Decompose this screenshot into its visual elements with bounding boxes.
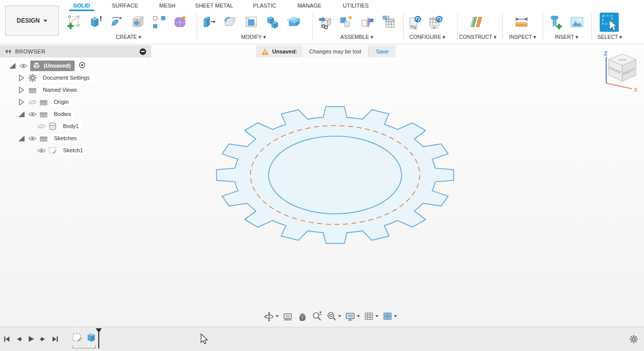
go-to-end-button[interactable] [51, 335, 59, 343]
group-configure-icons [406, 13, 444, 32]
settings-gear-icon [28, 74, 37, 82]
display-settings-button[interactable] [344, 310, 361, 323]
configure-feature-icon [407, 15, 422, 30]
visibility-eye-icon[interactable] [28, 110, 37, 119]
group-divider [502, 14, 503, 40]
viewports-button[interactable] [381, 310, 398, 323]
expanded-triangle-icon[interactable] [17, 134, 26, 143]
shell-button[interactable] [243, 13, 260, 32]
document-settings-label[interactable]: Document Settings [39, 74, 93, 82]
bodies-label[interactable]: Bodies [50, 110, 75, 119]
grid-settings-button[interactable] [362, 310, 379, 323]
group-insert-label[interactable]: INSERT ▾ [555, 34, 578, 40]
folder-icon [39, 134, 48, 143]
combine-button[interactable] [264, 13, 281, 32]
offset-plane-button[interactable] [468, 13, 485, 32]
visibility-eye-icon[interactable] [28, 134, 37, 143]
tab-manage[interactable]: MANAGE [297, 3, 321, 9]
configuration-table-button[interactable] [427, 13, 444, 32]
group-insert-icons [547, 13, 586, 32]
create-form-button[interactable] [172, 13, 189, 32]
tab-sheet-metal[interactable]: SHEET METAL [195, 3, 233, 9]
configure-feature-button[interactable] [406, 13, 423, 32]
visibility-off-icon[interactable] [28, 98, 37, 106]
step-back-button[interactable] [15, 335, 23, 343]
step-forward-button[interactable] [39, 335, 47, 343]
x-axis-label: X [634, 87, 637, 93]
fillet-button[interactable] [222, 13, 239, 32]
group-create-label[interactable]: CREATE ▾ [116, 34, 141, 40]
viewcube-top-label: TOP [618, 58, 627, 62]
viewports-icon [382, 311, 393, 322]
visibility-off-icon[interactable] [37, 122, 46, 131]
sketch1-label[interactable]: Sketch1 [59, 146, 87, 155]
press-pull-icon [202, 15, 217, 30]
collapsed-triangle-icon[interactable] [17, 98, 26, 106]
as-built-joint-button[interactable] [380, 13, 397, 32]
tab-surface[interactable]: SURFACE [112, 3, 138, 9]
group-select-icons [599, 12, 620, 33]
origin-label[interactable]: Origin [50, 98, 72, 106]
body1-label[interactable]: Body1 [59, 122, 82, 131]
timeline-extrude1-feature[interactable] [85, 331, 97, 343]
split-body-button[interactable] [285, 13, 302, 32]
look-at-button[interactable] [281, 310, 294, 323]
visibility-eye-icon[interactable] [19, 62, 28, 70]
expanded-triangle-icon[interactable] [8, 62, 17, 70]
group-modify-label[interactable]: MODIFY ▾ [241, 34, 266, 40]
sketches-label[interactable]: Sketches [50, 134, 80, 143]
group-construct-label[interactable]: CONSTRUCT ▾ [459, 34, 496, 40]
fit-icon [326, 311, 337, 322]
pan-button[interactable] [296, 310, 309, 323]
insert-fastener-icon [548, 15, 563, 30]
save-button[interactable]: Save [368, 45, 396, 57]
browser-item-origin: Origin [0, 96, 151, 108]
play-button[interactable] [27, 335, 35, 343]
press-pull-button[interactable] [201, 13, 218, 32]
revolve-button[interactable] [108, 13, 125, 32]
tab-utilities[interactable]: UTILITIES [343, 3, 368, 9]
insert-canvas-button[interactable] [568, 13, 586, 32]
fit-button[interactable] [325, 310, 342, 323]
tab-solid[interactable]: SOLID [73, 3, 90, 9]
x-axis [606, 83, 632, 89]
extrude-feature-icon [86, 332, 97, 343]
chevron-down-icon [394, 315, 397, 317]
expanded-triangle-icon[interactable] [17, 110, 26, 119]
design-workspace-label: DESIGN [17, 17, 40, 24]
collapsed-triangle-icon[interactable] [17, 74, 26, 82]
activate-component-radio[interactable] [77, 61, 87, 71]
collapse-panel-icon[interactable] [5, 49, 11, 54]
timeline-sketch1-feature[interactable] [72, 331, 83, 343]
extrude-button[interactable] [87, 13, 104, 32]
timeline-position-marker[interactable] [96, 328, 102, 349]
document-root-chip[interactable]: (Unsaved) [30, 61, 75, 71]
measure-button[interactable] [513, 13, 530, 32]
select-button[interactable] [599, 12, 620, 33]
visibility-eye-icon[interactable] [37, 146, 46, 155]
orbit-button[interactable] [263, 310, 280, 323]
hole-button[interactable] [130, 13, 147, 32]
named-views-label[interactable]: Named Views [39, 86, 81, 94]
zoom-button[interactable] [310, 310, 324, 323]
rectangular-pattern-button[interactable] [151, 13, 168, 32]
browser-collapse-all-button[interactable] [140, 48, 146, 55]
group-configure-label[interactable]: CONFIGURE ▾ [409, 34, 445, 40]
group-select-label[interactable]: SELECT ▾ [598, 34, 622, 40]
collapsed-triangle-icon[interactable] [17, 86, 26, 94]
go-to-start-button[interactable] [3, 335, 11, 343]
tab-plastic[interactable]: PLASTIC [253, 3, 276, 9]
joint-button[interactable] [359, 13, 376, 32]
browser-item-sketch1: Sketch1 [0, 144, 151, 156]
group-inspect-label[interactable]: INSPECT ▾ [509, 34, 536, 40]
insert-fastener-button[interactable] [547, 13, 564, 32]
new-component-button[interactable] [338, 13, 355, 32]
design-workspace-button[interactable]: DESIGN [5, 6, 59, 36]
create-sketch-button[interactable] [66, 13, 83, 32]
timeline-settings-button[interactable] [629, 335, 638, 345]
tab-mesh[interactable]: MESH [159, 3, 175, 9]
group-assemble-label[interactable]: ASSEMBLE ▾ [341, 34, 373, 40]
go-to-start-icon [3, 335, 11, 343]
insert-derive-button[interactable] [316, 13, 334, 32]
viewcube[interactable]: TOP FRONT RIGHT Z X [600, 49, 644, 95]
